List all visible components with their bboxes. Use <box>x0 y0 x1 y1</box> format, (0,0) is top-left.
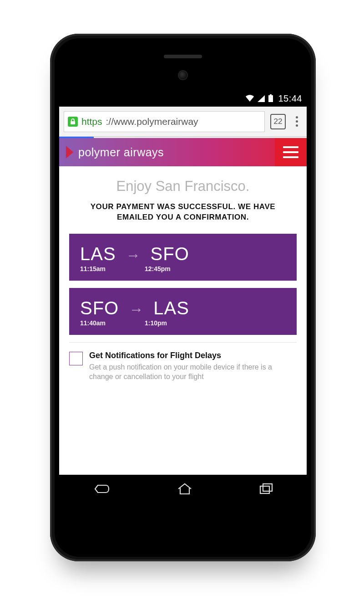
battery-icon <box>268 94 273 103</box>
app-header: polymer airways <box>59 138 307 166</box>
android-nav-bar <box>59 475 307 505</box>
flight-card-return[interactable]: SFO → LAS 11:40am 1:10pm <box>69 288 297 335</box>
page-headline: Enjoy San Francisco. <box>69 178 297 195</box>
svg-rect-0 <box>268 95 273 102</box>
menu-button[interactable] <box>275 138 307 166</box>
flight-to: LAS <box>153 298 189 318</box>
flight-arrive-time: 1:10pm <box>145 319 167 327</box>
browser-menu-button[interactable] <box>291 114 302 129</box>
arrow-right-icon: → <box>126 248 141 262</box>
brand[interactable]: polymer airways <box>59 146 275 159</box>
flight-card-outbound[interactable]: LAS → SFO 11:15am 12:45pm <box>69 234 297 281</box>
svg-rect-3 <box>260 486 269 493</box>
status-time: 15:44 <box>278 93 302 104</box>
notifications-option: Get Notifications for Flight Delays Get … <box>69 351 297 382</box>
tab-count-value: 22 <box>274 117 283 126</box>
flight-from: SFO <box>80 298 119 318</box>
wifi-icon <box>245 95 254 102</box>
notifications-description: Get a push notification on your mobile d… <box>89 362 297 382</box>
back-button[interactable] <box>92 483 111 497</box>
screen: 15:44 https://www.polymerairway 22 polym… <box>59 90 307 505</box>
home-button[interactable] <box>177 483 192 497</box>
chrome-toolbar: https://www.polymerairway 22 <box>59 107 307 137</box>
page-content: Enjoy San Francisco. YOUR PAYMENT WAS SU… <box>59 166 307 386</box>
svg-rect-2 <box>71 121 75 124</box>
tab-count-button[interactable]: 22 <box>270 114 286 129</box>
flight-from: LAS <box>80 244 116 264</box>
cell-signal-icon <box>257 95 265 102</box>
page-subline: YOUR PAYMENT WAS SUCCESSFUL. WE HAVE EMA… <box>72 202 294 223</box>
svg-rect-1 <box>270 94 272 95</box>
phone-frame: 15:44 https://www.polymerairway 22 polym… <box>50 34 316 561</box>
flight-depart-time: 11:40am <box>80 319 135 327</box>
divider <box>69 342 297 343</box>
page-load-progress <box>59 137 307 138</box>
flight-depart-time: 11:15am <box>80 265 135 272</box>
svg-rect-4 <box>263 484 272 491</box>
lock-icon <box>68 117 78 127</box>
flight-to: SFO <box>151 244 189 264</box>
android-status-bar: 15:44 <box>59 90 307 107</box>
phone-camera <box>179 71 187 79</box>
url-path: ://www.polymerairway <box>106 116 198 127</box>
recent-apps-button[interactable] <box>259 483 273 497</box>
url-scheme: https <box>81 116 102 127</box>
flight-arrive-time: 12:45pm <box>145 265 171 272</box>
arrow-right-icon: → <box>129 302 143 317</box>
brand-name: polymer airways <box>78 146 164 159</box>
notifications-title: Get Notifications for Flight Delays <box>89 351 297 360</box>
notifications-checkbox[interactable] <box>69 352 83 365</box>
phone-speaker <box>164 55 202 58</box>
brand-logo-icon <box>66 146 73 159</box>
url-bar[interactable]: https://www.polymerairway <box>64 111 265 132</box>
